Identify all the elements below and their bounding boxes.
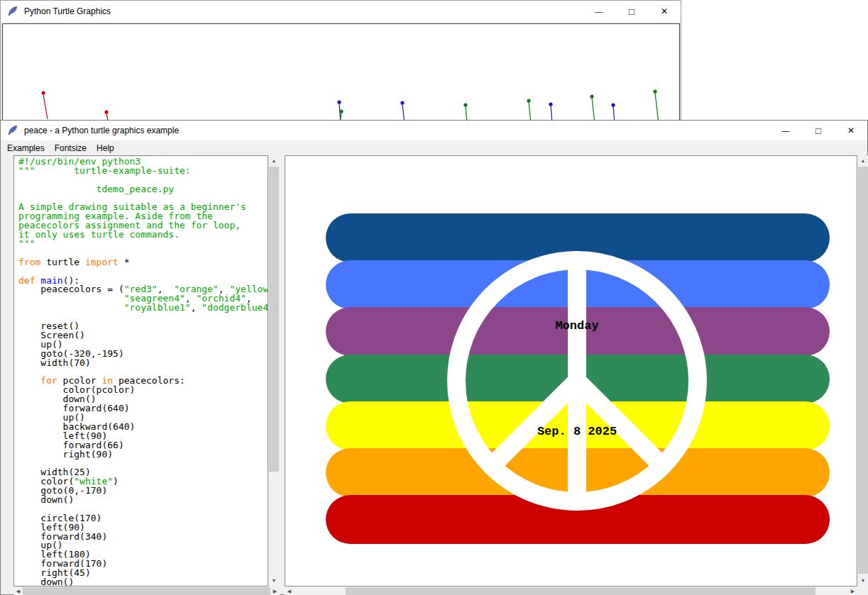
scroll-right-icon[interactable]: ▶	[270, 586, 280, 595]
scroll-left-icon[interactable]: ◀	[285, 586, 294, 595]
scroll-up-icon[interactable]: ▲	[268, 155, 280, 167]
scroll-up-icon[interactable]: ▲	[857, 155, 868, 167]
turtle-window-title: Python Turtle Graphics	[24, 6, 111, 16]
peace-demo-window: peace - a Python turtle graphics example…	[0, 120, 868, 595]
menu-bar: ExamplesFontsizeHelp	[1, 140, 867, 155]
minimize-button[interactable]: —	[583, 1, 615, 22]
code-line: width(70)	[18, 359, 268, 368]
menu-item-help[interactable]: Help	[92, 142, 119, 155]
desktop: Python Turtle Graphics — □ ✕ peace - a P…	[0, 0, 868, 595]
tk-feather-icon	[7, 6, 18, 17]
scrollbar-corner	[857, 586, 868, 595]
turtle-window-titlebar[interactable]: Python Turtle Graphics — □ ✕	[1, 1, 681, 22]
maximize-button[interactable]: □	[615, 1, 648, 22]
turtle-canvas	[2, 23, 680, 123]
code-line: tdemo_peace.py	[18, 185, 268, 194]
code-vertical-scrollbar[interactable]: ▲ ▼	[268, 155, 280, 586]
close-button[interactable]: ✕	[648, 1, 681, 22]
code-line: from turtle import *	[18, 258, 268, 267]
turtle-graphics-window: Python Turtle Graphics — □ ✕	[0, 0, 681, 123]
tk-feather-icon	[7, 125, 18, 136]
code-line: down()	[18, 496, 268, 505]
close-button[interactable]: ✕	[835, 121, 867, 140]
scroll-left-icon[interactable]: ◀	[13, 586, 23, 595]
peace-canvas: Monday Sep. 8 2025	[285, 155, 857, 586]
day-label: Monday	[555, 319, 598, 333]
scrollbar-thumb[interactable]	[23, 587, 270, 595]
code-line: down()	[18, 578, 268, 586]
peace-window-titlebar[interactable]: peace - a Python turtle graphics example…	[1, 121, 867, 140]
canvas-vertical-scrollbar[interactable]: ▲ ▼	[857, 155, 868, 586]
scroll-down-icon[interactable]: ▼	[857, 575, 868, 586]
code-text[interactable]: #!/usr/bin/env python3""" turtle-example…	[13, 155, 268, 586]
maximize-button[interactable]: □	[802, 121, 835, 140]
code-line: """ turtle-example-suite:	[18, 167, 268, 176]
code-line: right(90)	[18, 450, 268, 460]
scrollbar-thumb[interactable]	[269, 167, 279, 472]
menu-item-fontsize[interactable]: Fontsize	[50, 142, 92, 155]
canvas-horizontal-scrollbar[interactable]: ◀ ▶	[285, 586, 857, 595]
date-label: Sep. 8 2025	[537, 425, 617, 438]
scrollbar-thumb[interactable]	[346, 587, 815, 595]
menu-item-examples[interactable]: Examples	[2, 142, 50, 155]
code-line: """	[18, 240, 268, 249]
peace-symbol	[285, 156, 857, 586]
minimize-button[interactable]: —	[769, 121, 802, 140]
scrollbar-thumb[interactable]	[858, 167, 868, 574]
scroll-down-icon[interactable]: ▼	[268, 575, 280, 586]
scroll-right-icon[interactable]: ▶	[848, 586, 857, 595]
code-line: "royalblue1", "dodgerblue4")	[18, 304, 268, 313]
code-horizontal-scrollbar[interactable]: ◀ ▶	[13, 586, 280, 595]
peace-window-title: peace - a Python turtle graphics example	[24, 126, 179, 135]
peace-symbol-strokes	[456, 260, 698, 501]
pins-svg	[3, 24, 679, 123]
code-line: it only uses turtle commands.	[18, 230, 268, 240]
